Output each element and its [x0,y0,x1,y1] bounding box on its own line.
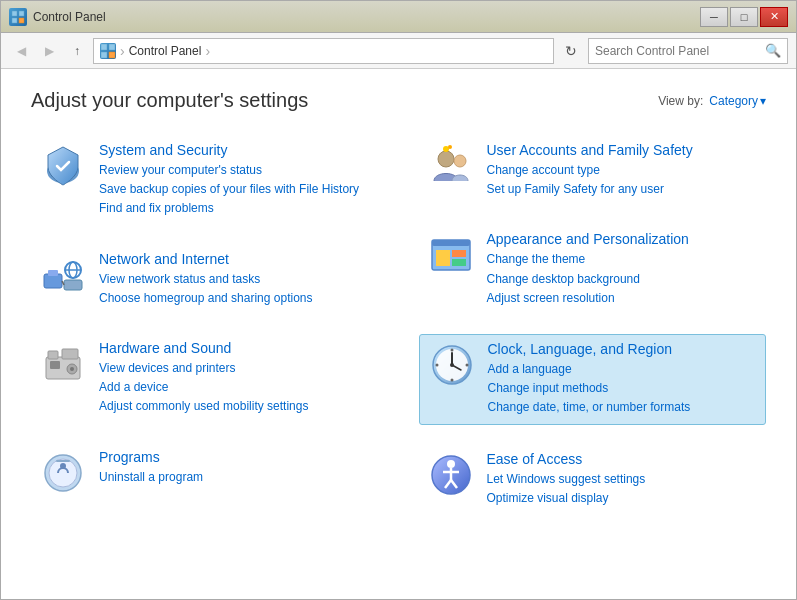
path-label: Control Panel [129,44,202,58]
up-button[interactable]: ↑ [65,39,89,63]
svg-rect-11 [64,280,82,290]
search-input[interactable] [595,44,761,58]
svg-rect-31 [432,240,470,246]
system-security-link-2[interactable]: Find and fix problems [99,199,371,218]
hardware-sound-icon [39,340,87,388]
appearance-link-2[interactable]: Adjust screen resolution [487,289,759,308]
svg-rect-21 [62,349,78,359]
appearance-link-1[interactable]: Change desktop background [487,270,759,289]
window: Control Panel ─ □ ✕ ◀ ▶ ↑ › Control Pane… [0,0,797,600]
appearance-link-0[interactable]: Change the theme [487,250,759,269]
hardware-sound-text: Hardware and SoundView devices and print… [99,340,371,417]
category-item-programs: ProgramsUninstall a program [31,443,379,503]
page-title: Adjust your computer's settings [31,89,308,112]
svg-rect-20 [48,351,58,359]
programs-icon [39,449,87,497]
svg-point-39 [450,363,454,367]
main-content: Adjust your computer's settings View by:… [1,69,796,599]
network-internet-icon [39,251,87,299]
category-item-clock-language: Clock, Language, and RegionAdd a languag… [419,334,767,425]
svg-rect-33 [452,250,466,257]
clock-language-icon [428,341,476,389]
back-button[interactable]: ◀ [9,39,33,63]
svg-point-41 [450,378,453,381]
svg-rect-10 [48,270,58,276]
view-by-value[interactable]: Category ▾ [709,94,766,108]
path-arrow: › [205,43,210,59]
network-internet-link-1[interactable]: Choose homegroup and sharing options [99,289,371,308]
svg-rect-2 [12,18,17,23]
view-by-label: View by: [658,94,703,108]
close-button[interactable]: ✕ [760,7,788,27]
appearance-icon [427,231,475,279]
view-by-control: View by: Category ▾ [658,94,766,108]
programs-title[interactable]: Programs [99,449,371,465]
refresh-button[interactable]: ↻ [558,38,584,64]
svg-rect-4 [101,44,107,50]
forward-button[interactable]: ▶ [37,39,61,63]
svg-point-40 [450,348,453,351]
clock-language-title[interactable]: Clock, Language, and Region [488,341,758,357]
system-security-icon [39,142,87,190]
svg-rect-0 [12,11,17,16]
category-item-user-accounts: User Accounts and Family SafetyChange ac… [419,136,767,205]
ease-of-access-link-0[interactable]: Let Windows suggest settings [487,470,759,489]
network-internet-title[interactable]: Network and Internet [99,251,371,267]
path-separator: › [120,43,125,59]
svg-rect-5 [109,44,115,50]
clock-language-link-1[interactable]: Change input methods [488,379,758,398]
category-item-network-internet: Network and InternetView network status … [31,245,379,314]
categories-grid: System and SecurityReview your computer'… [31,136,766,534]
ease-of-access-icon [427,451,475,499]
window-title: Control Panel [33,10,106,24]
svg-point-42 [435,363,438,366]
maximize-button[interactable]: □ [730,7,758,27]
hardware-sound-link-1[interactable]: Add a device [99,378,371,397]
hardware-sound-title[interactable]: Hardware and Sound [99,340,371,356]
system-security-text: System and SecurityReview your computer'… [99,142,371,219]
svg-point-45 [447,460,455,468]
clock-language-link-2[interactable]: Change date, time, or number formats [488,398,758,417]
hardware-sound-link-0[interactable]: View devices and printers [99,359,371,378]
search-icon[interactable]: 🔍 [765,43,781,58]
appearance-title[interactable]: Appearance and Personalization [487,231,759,247]
left-column: System and SecurityReview your computer'… [31,136,379,534]
app-icon [9,8,27,26]
clock-language-text: Clock, Language, and RegionAdd a languag… [488,341,758,418]
category-item-appearance: Appearance and PersonalizationChange the… [419,225,767,314]
svg-point-24 [60,463,66,469]
ease-of-access-title[interactable]: Ease of Access [487,451,759,467]
system-security-title[interactable]: System and Security [99,142,371,158]
svg-rect-32 [436,250,450,266]
path-icon [100,43,116,59]
network-internet-text: Network and InternetView network status … [99,251,371,308]
programs-text: ProgramsUninstall a program [99,449,371,487]
svg-rect-17 [50,361,60,369]
user-accounts-title[interactable]: User Accounts and Family Safety [487,142,759,158]
svg-point-26 [438,151,454,167]
svg-point-19 [70,367,74,371]
user-accounts-text: User Accounts and Family SafetyChange ac… [487,142,759,199]
user-accounts-icon [427,142,475,190]
address-bar: ◀ ▶ ↑ › Control Panel › ↻ 🔍 [1,33,796,69]
category-item-hardware-sound: Hardware and SoundView devices and print… [31,334,379,423]
system-security-link-1[interactable]: Save backup copies of your files with Fi… [99,180,371,199]
right-column: User Accounts and Family SafetyChange ac… [419,136,767,534]
network-internet-link-0[interactable]: View network status and tasks [99,270,371,289]
address-path[interactable]: › Control Panel › [93,38,554,64]
svg-point-29 [448,145,452,149]
clock-language-link-0[interactable]: Add a language [488,360,758,379]
category-item-system-security: System and SecurityReview your computer'… [31,136,379,225]
system-security-link-0[interactable]: Review your computer's status [99,161,371,180]
hardware-sound-link-2[interactable]: Adjust commonly used mobility settings [99,397,371,416]
title-bar: Control Panel ─ □ ✕ [1,1,796,33]
user-accounts-link-0[interactable]: Change account type [487,161,759,180]
ease-of-access-link-1[interactable]: Optimize visual display [487,489,759,508]
svg-point-27 [454,155,466,167]
appearance-text: Appearance and PersonalizationChange the… [487,231,759,308]
minimize-button[interactable]: ─ [700,7,728,27]
svg-rect-3 [19,18,24,23]
search-box[interactable]: 🔍 [588,38,788,64]
programs-link-0[interactable]: Uninstall a program [99,468,371,487]
user-accounts-link-1[interactable]: Set up Family Safety for any user [487,180,759,199]
